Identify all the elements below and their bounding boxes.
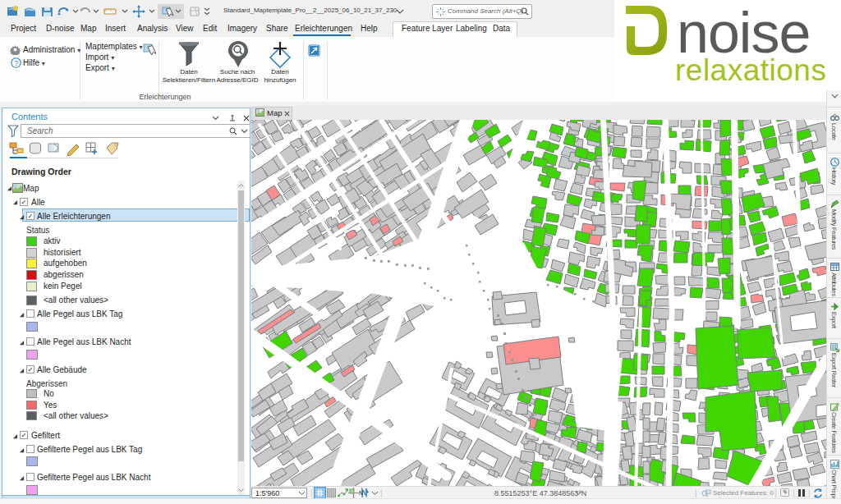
svg-text:?: ?	[14, 59, 18, 67]
svg-text:N: N	[359, 490, 363, 496]
svg-text:relaxations: relaxations	[675, 53, 826, 87]
